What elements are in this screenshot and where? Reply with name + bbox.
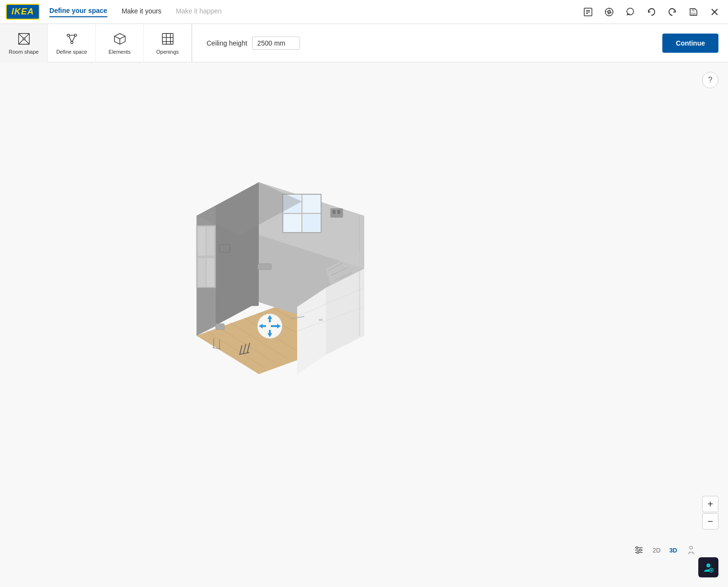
zoom-controls: + − [702,496,718,529]
zoom-out-button[interactable]: − [702,513,718,529]
continue-button[interactable]: Continue [662,34,718,53]
svg-point-19 [70,41,73,44]
toolbar-item-room-shape-label: Room shape [9,49,38,55]
edit-icon[interactable] [580,4,596,20]
svg-point-95 [706,564,710,567]
view-3d-button[interactable]: 3D [666,545,680,556]
toolbar-item-elements[interactable]: Elements [96,24,144,62]
svg-line-13 [24,33,29,37]
svg-point-94 [690,546,693,549]
svg-rect-78 [216,324,224,329]
header-actions [580,4,722,20]
svg-rect-8 [692,9,694,11]
svg-rect-64 [207,258,214,287]
svg-rect-7 [692,13,695,15]
nav-tabs: Define your space Make it yours Make it … [49,7,580,17]
chat-icon[interactable] [623,4,638,20]
svg-rect-48 [331,209,343,217]
tab-make-yours[interactable]: Make it yours [122,7,162,17]
svg-rect-83 [269,330,271,334]
svg-line-22 [72,35,75,41]
tab-make-happen[interactable]: Make it happen [176,7,222,17]
svg-rect-50 [337,210,340,214]
room-shape-icon [17,32,31,46]
toolbar-item-define-space[interactable]: Define space [48,24,96,62]
svg-point-93 [637,552,639,553]
save-icon[interactable] [686,4,701,20]
tab-define-space[interactable]: Define your space [49,7,107,17]
ikea-logo: IKEA [6,4,40,20]
view-2d-button[interactable]: 2D [650,545,664,556]
bottom-controls: 2D 3D [631,542,699,558]
svg-line-14 [18,39,23,44]
toolbar-item-room-shape[interactable]: Room shape [0,24,48,62]
svg-rect-85 [262,325,266,327]
svg-point-92 [639,549,641,551]
svg-rect-16 [23,38,25,40]
svg-rect-45 [303,196,320,212]
elements-icon [113,32,127,46]
redo-icon[interactable] [665,4,680,20]
room-3d-view[interactable] [149,129,388,379]
svg-rect-87 [271,325,277,327]
help-button[interactable]: ? [702,72,718,88]
svg-rect-62 [207,227,214,256]
svg-rect-52 [258,264,271,270]
toolbar: Room shape Define space [0,24,728,62]
svg-rect-61 [198,227,206,256]
toolbar-item-openings-label: Openings [156,49,179,55]
svg-rect-63 [198,258,206,287]
svg-rect-81 [269,318,271,322]
close-icon[interactable] [707,4,722,20]
svg-rect-51 [220,245,230,252]
svg-line-12 [18,33,23,37]
openings-icon [161,32,175,46]
svg-point-91 [636,547,638,549]
ar-person-icon[interactable] [683,542,699,558]
svg-line-15 [24,39,29,44]
share-icon[interactable] [601,4,617,20]
toolbar-items: Room shape Define space [0,24,192,62]
svg-rect-46 [284,215,301,232]
svg-rect-65 [232,302,259,306]
undo-icon[interactable] [644,4,659,20]
toolbar-item-define-space-label: Define space [56,49,87,55]
svg-line-21 [69,35,71,41]
toolbar-item-openings[interactable]: Openings [144,24,192,62]
ceiling-height-input[interactable] [252,36,300,50]
help-icon: ? [708,76,713,84]
main-canvas: ? [0,62,728,587]
svg-rect-49 [333,210,335,214]
settings-icon[interactable] [631,542,647,558]
toolbar-item-elements-label: Elements [109,49,131,55]
ceiling-height-section: Ceiling height [192,36,314,50]
svg-rect-47 [303,215,320,232]
avatar-button[interactable] [698,557,718,577]
ceiling-height-label: Ceiling height [207,39,247,47]
header: IKEA Define your space Make it yours Mak… [0,0,728,24]
define-space-icon [65,32,79,46]
svg-rect-57 [319,319,323,321]
svg-rect-24 [162,33,173,44]
zoom-in-button[interactable]: + [702,496,718,512]
